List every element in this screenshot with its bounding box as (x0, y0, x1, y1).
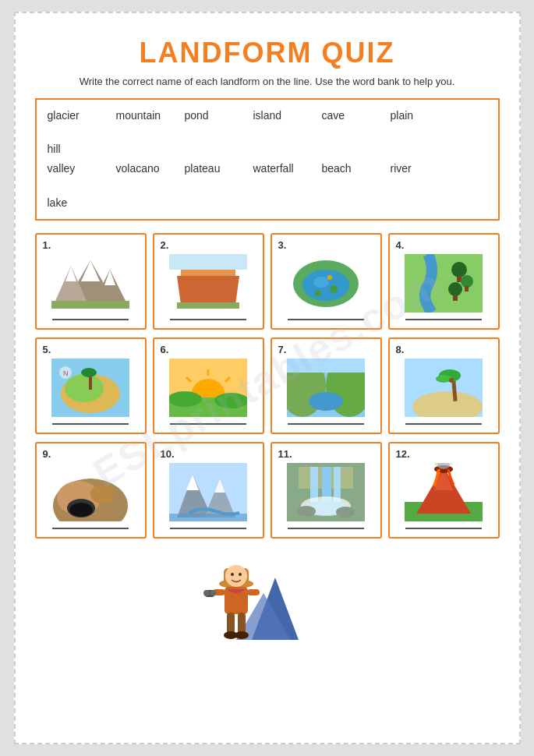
card-11: 11. (271, 442, 382, 539)
svg-rect-60 (169, 514, 247, 521)
card-6-answer-line[interactable] (170, 423, 246, 425)
svg-rect-7 (181, 270, 235, 276)
word-plain: plain (391, 106, 445, 125)
card-10: 10. (153, 442, 264, 539)
svg-point-16 (327, 275, 332, 280)
svg-point-89 (210, 590, 216, 596)
svg-marker-3 (65, 266, 76, 281)
card-2-number: 2. (161, 239, 169, 251)
card-3-answer-line[interactable] (288, 319, 364, 320)
word-plateau: plateau (185, 159, 239, 178)
card-10-answer-line[interactable] (170, 528, 246, 529)
word-river: river (391, 159, 445, 178)
card-11-number: 11. (278, 448, 292, 460)
word-bank-row1: glacier mountain pond island cave plain … (48, 106, 487, 159)
word-volcano: volacano (116, 159, 171, 178)
card-4-answer-line[interactable] (405, 319, 482, 320)
svg-rect-23 (453, 295, 458, 301)
card-grid-row2: 5. N 6. (35, 337, 500, 434)
svg-point-15 (315, 290, 321, 296)
card-12-number: 12. (396, 448, 410, 460)
card-1-number: 1. (43, 239, 51, 251)
svg-point-22 (448, 282, 462, 296)
svg-point-38 (214, 393, 247, 408)
svg-point-82 (231, 573, 234, 576)
svg-point-81 (225, 565, 247, 587)
card-11-answer-line[interactable] (288, 528, 364, 529)
svg-point-53 (69, 503, 93, 517)
word-lake: lake (48, 193, 102, 213)
card-5-image: N (43, 359, 139, 417)
card-10-number: 10. (161, 448, 175, 460)
card-5: 5. N (35, 337, 147, 434)
page-title: LANDFORM QUIZ (35, 37, 500, 69)
card-8-number: 8. (396, 344, 405, 355)
card-12: 12. (388, 442, 500, 539)
word-bank-row2: valley volacano plateau waterfall beach … (48, 159, 487, 212)
word-beach: beach (322, 159, 377, 178)
card-11-image (278, 463, 374, 521)
card-4-number: 4. (396, 239, 405, 251)
svg-point-69 (336, 507, 355, 518)
card-9-answer-line[interactable] (52, 528, 129, 529)
footer-illustration (35, 546, 500, 648)
svg-point-68 (297, 506, 316, 517)
card-9-image (43, 463, 139, 521)
card-1-answer-line[interactable] (52, 319, 129, 320)
card-3-image (278, 254, 374, 313)
svg-point-54 (90, 485, 114, 503)
svg-rect-91 (238, 613, 246, 634)
card-grid-row3: 9. 10. (35, 442, 500, 539)
card-5-number: 5. (43, 344, 51, 355)
worksheet-page: ESLprintables.com LANDFORM QUIZ Write th… (14, 12, 521, 744)
svg-rect-6 (51, 301, 129, 309)
card-7: 7. (271, 337, 382, 434)
instruction-text: Write the correct name of each landform … (35, 76, 500, 87)
card-6-image (161, 359, 256, 417)
svg-rect-21 (465, 286, 469, 291)
word-island: island (253, 106, 308, 125)
card-2-image (161, 254, 256, 313)
card-7-answer-line[interactable] (288, 423, 364, 425)
card-2: 2. (153, 233, 264, 330)
card-1: 1. (35, 233, 147, 330)
card-grid-row1: 1. 2. (35, 233, 500, 330)
svg-point-18 (451, 262, 467, 277)
svg-point-37 (169, 391, 202, 407)
svg-point-14 (330, 285, 338, 293)
card-12-image (396, 463, 492, 521)
svg-rect-86 (247, 589, 260, 595)
card-3-number: 3. (278, 239, 287, 251)
word-cave: cave (322, 106, 377, 125)
card-5-answer-line[interactable] (52, 423, 129, 425)
card-3: 3. (271, 233, 382, 330)
svg-rect-63 (310, 467, 318, 502)
card-7-number: 7. (278, 344, 287, 355)
card-9-number: 9. (43, 448, 51, 460)
svg-rect-9 (177, 302, 239, 309)
svg-point-49 (449, 378, 454, 383)
card-6: 6. (153, 337, 264, 434)
word-hill: hill (48, 140, 102, 159)
card-10-image (161, 463, 256, 521)
card-8: 8. (388, 337, 500, 434)
card-12-answer-line[interactable] (405, 528, 482, 529)
svg-point-26 (65, 374, 104, 402)
card-2-answer-line[interactable] (170, 319, 246, 320)
word-mountain: mountain (116, 106, 171, 125)
card-4: 4. (388, 233, 500, 330)
svg-point-48 (436, 375, 451, 383)
word-waterfall: waterfall (253, 159, 308, 178)
card-8-answer-line[interactable] (405, 423, 482, 425)
svg-marker-1 (81, 260, 100, 281)
svg-point-88 (203, 590, 210, 596)
svg-rect-65 (334, 467, 341, 502)
svg-point-83 (239, 573, 242, 576)
word-valley: valley (48, 159, 102, 178)
svg-rect-43 (287, 359, 365, 373)
word-pond: pond (185, 106, 239, 125)
svg-point-13 (313, 277, 329, 288)
card-1-image (43, 254, 139, 313)
card-6-number: 6. (161, 344, 169, 355)
svg-point-28 (81, 368, 97, 377)
